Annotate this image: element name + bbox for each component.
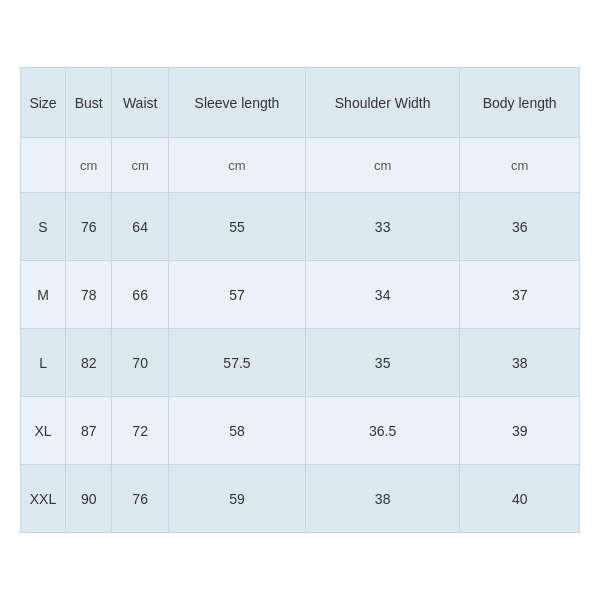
unit-row: cm cm cm cm cm [21,138,580,193]
shoulder-cell: 36.5 [305,397,459,465]
unit-size [21,138,66,193]
sleeve-cell: 57 [168,261,305,329]
size-cell: L [21,329,66,397]
col-header-size: Size [21,68,66,138]
col-header-waist: Waist [112,68,169,138]
size-cell: M [21,261,66,329]
waist-cell: 70 [112,329,169,397]
table-body: S7664553336M7866573437L827057.53538XL877… [21,193,580,533]
unit-shoulder: cm [305,138,459,193]
table-row: XXL9076593840 [21,465,580,533]
waist-cell: 66 [112,261,169,329]
size-cell: XXL [21,465,66,533]
unit-bust: cm [66,138,112,193]
table-row: L827057.53538 [21,329,580,397]
header-row: Size Bust Waist Sleeve length Shoulder W… [21,68,580,138]
waist-cell: 72 [112,397,169,465]
bust-cell: 76 [66,193,112,261]
sleeve-cell: 59 [168,465,305,533]
col-header-body: Body length [460,68,580,138]
body-cell: 37 [460,261,580,329]
size-cell: XL [21,397,66,465]
size-cell: S [21,193,66,261]
shoulder-cell: 38 [305,465,459,533]
unit-sleeve: cm [168,138,305,193]
col-header-sleeve: Sleeve length [168,68,305,138]
unit-body: cm [460,138,580,193]
col-header-bust: Bust [66,68,112,138]
shoulder-cell: 35 [305,329,459,397]
shoulder-cell: 33 [305,193,459,261]
bust-cell: 90 [66,465,112,533]
bust-cell: 87 [66,397,112,465]
size-chart-wrapper: Size Bust Waist Sleeve length Shoulder W… [20,67,580,533]
col-header-shoulder: Shoulder Width [305,68,459,138]
waist-cell: 64 [112,193,169,261]
table-row: XL87725836.539 [21,397,580,465]
body-cell: 40 [460,465,580,533]
bust-cell: 78 [66,261,112,329]
shoulder-cell: 34 [305,261,459,329]
table-row: M7866573437 [21,261,580,329]
table-row: S7664553336 [21,193,580,261]
body-cell: 36 [460,193,580,261]
body-cell: 39 [460,397,580,465]
sleeve-cell: 58 [168,397,305,465]
sleeve-cell: 55 [168,193,305,261]
bust-cell: 82 [66,329,112,397]
sleeve-cell: 57.5 [168,329,305,397]
unit-waist: cm [112,138,169,193]
size-chart-table: Size Bust Waist Sleeve length Shoulder W… [20,67,580,533]
waist-cell: 76 [112,465,169,533]
body-cell: 38 [460,329,580,397]
